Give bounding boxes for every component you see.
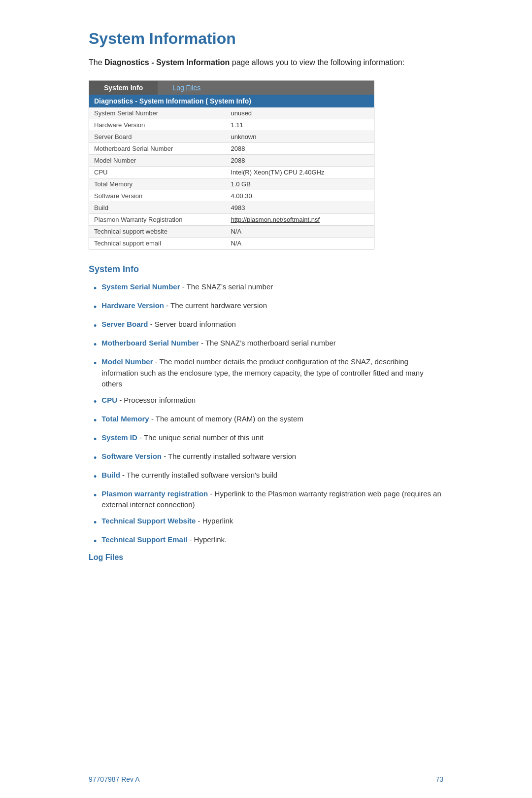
table-cell-value: N/A xyxy=(226,226,374,238)
table-row: Build4983 xyxy=(89,202,374,214)
list-item-rest: - Server board information xyxy=(148,320,236,328)
table-cell-label: Total Memory xyxy=(89,178,226,190)
list-item-bold: CPU xyxy=(101,396,117,404)
list-item: •Model Number - The model number details… xyxy=(94,356,443,390)
list-item-text: System ID - The unique serial number of … xyxy=(101,432,263,444)
footer-right: 73 xyxy=(435,775,443,783)
table-cell-value: unknown xyxy=(226,131,374,143)
table-cell-label: Hardware Version xyxy=(89,119,226,131)
list-item-bold: System Serial Number xyxy=(101,282,180,291)
bullet-dot-icon: • xyxy=(94,357,97,370)
bullet-dot-icon: • xyxy=(94,535,97,548)
list-item-bold: Technical Support Email xyxy=(101,535,187,544)
intro-suffix: page allows you to view the following in… xyxy=(232,58,404,67)
table-cell-value[interactable]: http://plasmon.net/softmaint.nsf xyxy=(226,214,374,226)
list-item-text: Plasmon warranty registration - Hyperlin… xyxy=(101,488,443,511)
list-item-text: Hardware Version - The current hardware … xyxy=(101,300,267,312)
list-item-text: Technical Support Website - Hyperlink xyxy=(101,516,233,527)
list-item-rest: - The amount of memory (RAM) on the syst… xyxy=(149,415,303,423)
list-item: •Total Memory - The amount of memory (RA… xyxy=(94,414,443,427)
table-row: Server Boardunknown xyxy=(89,131,374,143)
table-cell-value: 2088 xyxy=(226,155,374,167)
bullet-dot-icon: • xyxy=(94,319,97,333)
list-item-text: Technical Support Email - Hyperlink. xyxy=(101,534,227,546)
table-cell-value: 1.11 xyxy=(226,119,374,131)
list-item-bold: Hardware Version xyxy=(101,301,164,310)
table-cell-value: unused xyxy=(226,107,374,119)
list-item-rest: - The SNAZ’s serial number xyxy=(180,282,273,291)
list-item: •Software Version - The currently instal… xyxy=(94,451,443,465)
table-row: Hardware Version1.11 xyxy=(89,119,374,131)
bullet-dot-icon: • xyxy=(94,433,97,446)
table-cell-value: N/A xyxy=(226,238,374,249)
list-item-bold: Motherboard Serial Number xyxy=(101,339,199,347)
info-table: System Serial NumberunusedHardware Versi… xyxy=(89,107,374,249)
list-item-text: Total Memory - The amount of memory (RAM… xyxy=(101,414,303,425)
table-cell-value: 4.00.30 xyxy=(226,190,374,202)
list-item: •Motherboard Serial Number - The SNAZ’s … xyxy=(94,338,443,351)
list-item-rest: - The SNAZ’s motherboard serial number xyxy=(199,339,336,347)
table-row: CPUIntel(R) Xeon(TM) CPU 2.40GHz xyxy=(89,167,374,178)
table-header: Diagnostics - System Information ( Syste… xyxy=(89,95,374,107)
bullet-dot-icon: • xyxy=(94,395,97,409)
list-item: •Build - The currently installed softwar… xyxy=(94,470,443,484)
table-row: Total Memory1.0 GB xyxy=(89,178,374,190)
tab-log-files[interactable]: Log Files xyxy=(158,81,215,95)
table-row: Technical support websiteN/A xyxy=(89,226,374,238)
table-cell-value: Intel(R) Xeon(TM) CPU 2.40GHz xyxy=(226,167,374,178)
bullet-list: •System Serial Number - The SNAZ’s seria… xyxy=(94,281,443,548)
page-content: System Information The Diagnostics - Sys… xyxy=(0,0,532,601)
list-item: •System Serial Number - The SNAZ’s seria… xyxy=(94,281,443,295)
table-row: System Serial Numberunused xyxy=(89,107,374,119)
table-row: Technical support emailN/A xyxy=(89,238,374,249)
list-item: •Technical Support Email - Hyperlink. xyxy=(94,534,443,548)
table-cell-label: Technical support website xyxy=(89,226,226,238)
list-item-rest: - Hyperlink xyxy=(196,517,233,525)
bullet-dot-icon: • xyxy=(94,338,97,351)
system-info-heading: System Info xyxy=(89,264,443,275)
table-cell-label: Model Number xyxy=(89,155,226,167)
intro-prefix: The xyxy=(89,58,104,67)
list-item: •System ID - The unique serial number of… xyxy=(94,432,443,446)
intro-bold: Diagnostics - System Information xyxy=(104,58,230,67)
table-cell-label: Build xyxy=(89,202,226,214)
list-item-rest: - The currently installed software versi… xyxy=(162,452,296,460)
table-cell-label: Software Version xyxy=(89,190,226,202)
list-item-text: Server Board - Server board information xyxy=(101,319,236,330)
bullet-dot-icon: • xyxy=(94,516,97,529)
bullet-dot-icon: • xyxy=(94,489,97,502)
bullet-dot-icon: • xyxy=(94,451,97,465)
list-item-text: CPU - Processor information xyxy=(101,395,196,406)
list-item: •Plasmon warranty registration - Hyperli… xyxy=(94,488,443,511)
list-item-rest: - Processor information xyxy=(117,396,196,404)
table-row: Model Number2088 xyxy=(89,155,374,167)
list-item: •Server Board - Server board information xyxy=(94,319,443,333)
table-cell-label: CPU xyxy=(89,167,226,178)
table-cell-value: 2088 xyxy=(226,143,374,155)
log-files-link[interactable]: Log Files xyxy=(89,553,443,562)
list-item-rest: - The currently installed software versi… xyxy=(120,471,277,479)
table-cell-value: 1.0 GB xyxy=(226,178,374,190)
list-item: •Hardware Version - The current hardware… xyxy=(94,300,443,314)
list-item-bold: Server Board xyxy=(101,320,148,328)
bullet-dot-icon: • xyxy=(94,282,97,295)
table-cell-label: System Serial Number xyxy=(89,107,226,119)
intro-paragraph: The Diagnostics - System Information pag… xyxy=(89,57,443,69)
list-item-rest: - Hyperlink. xyxy=(187,535,227,544)
table-cell-label: Technical support email xyxy=(89,238,226,249)
table-cell-label: Plasmon Warranty Registration xyxy=(89,214,226,226)
list-item-bold: Technical Support Website xyxy=(101,517,196,525)
list-item-rest: - The current hardware version xyxy=(164,301,267,310)
tab-system-info[interactable]: System Info xyxy=(89,81,158,95)
list-item-bold: Software Version xyxy=(101,452,162,460)
list-item-bold: Model Number xyxy=(101,357,153,366)
table-tabs: System Info Log Files xyxy=(89,81,374,95)
table-cell-label: Motherboard Serial Number xyxy=(89,143,226,155)
bullet-dot-icon: • xyxy=(94,301,97,314)
footer-left: 97707987 Rev A xyxy=(89,775,140,783)
list-item-text: Build - The currently installed software… xyxy=(101,470,277,481)
page-footer: 97707987 Rev A 73 xyxy=(89,775,443,783)
table-cell-value: 4983 xyxy=(226,202,374,214)
list-item-bold: System ID xyxy=(101,433,137,442)
list-item: •Technical Support Website - Hyperlink xyxy=(94,516,443,529)
